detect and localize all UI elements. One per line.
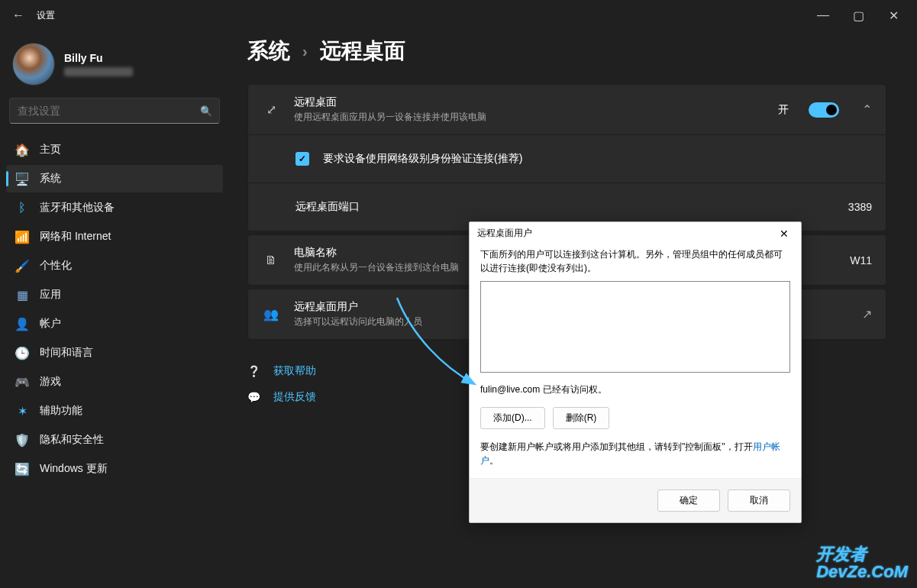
nav-icon: 🔄 xyxy=(15,462,29,476)
ok-button[interactable]: 确定 xyxy=(657,489,720,512)
breadcrumb-page: 远程桌面 xyxy=(320,37,405,66)
users-listbox[interactable] xyxy=(480,281,790,373)
port-label: 远程桌面端口 xyxy=(295,200,835,214)
nav-icon: 🕒 xyxy=(15,346,29,360)
profile-email-redacted xyxy=(64,67,133,76)
help-icon: ❔ xyxy=(247,365,261,377)
nla-checkbox[interactable]: ✓ xyxy=(295,152,309,166)
add-button[interactable]: 添加(D)... xyxy=(480,407,545,429)
rd-title: 远程桌面 xyxy=(294,95,764,109)
search-icon: 🔍 xyxy=(200,105,212,117)
sidebar-item-label: 个性化 xyxy=(40,259,72,273)
watermark: 开发者 DevZe.CoM xyxy=(816,545,908,580)
nav-icon: 🖥️ xyxy=(15,172,29,186)
port-value: 3389 xyxy=(848,201,872,213)
dialog-title: 远程桌面用户 xyxy=(477,227,775,240)
sidebar-item-6[interactable]: 👤帐户 xyxy=(6,310,223,338)
nav-icon: 🖌️ xyxy=(15,259,29,273)
toggle-label: 开 xyxy=(778,103,789,117)
nav-icon: ✶ xyxy=(15,404,29,418)
sidebar-item-label: 隐私和安全性 xyxy=(40,433,104,447)
sidebar: Billy Fu 🔍 🏠主页🖥️系统ᛒ蓝牙和其他设备📶网络和 Internet🖌… xyxy=(0,31,229,588)
dialog-desc: 下面所列的用户可以连接到这台计算机。另外，管理员组中的任何成员都可以进行连接(即… xyxy=(480,247,790,275)
sidebar-item-11[interactable]: 🔄Windows 更新 xyxy=(6,455,223,483)
nav-icon: ᛒ xyxy=(15,201,29,215)
nav-icon: ▦ xyxy=(15,288,29,302)
sidebar-item-label: 辅助功能 xyxy=(40,404,82,418)
nla-label: 要求设备使用网络级别身份验证连接(推荐) xyxy=(323,152,872,166)
rd-desc: 使用远程桌面应用从另一设备连接并使用该电脑 xyxy=(294,111,764,124)
nav-icon: 🎮 xyxy=(15,375,29,389)
rd-toggle[interactable] xyxy=(809,102,839,118)
document-icon: 🗎 xyxy=(262,254,280,267)
sidebar-item-label: 网络和 Internet xyxy=(40,230,111,244)
breadcrumb-root[interactable]: 系统 xyxy=(247,37,290,66)
window-title: 设置 xyxy=(37,9,55,22)
open-icon: ↗ xyxy=(862,307,872,321)
maximize-button[interactable]: ▢ xyxy=(841,3,876,27)
sidebar-item-7[interactable]: 🕒时间和语言 xyxy=(6,339,223,367)
remote-users-dialog: 远程桌面用户 ✕ 下面所列的用户可以连接到这台计算机。另外，管理员组中的任何成员… xyxy=(469,221,802,523)
back-button[interactable]: ← xyxy=(6,8,31,22)
sidebar-item-8[interactable]: 🎮游戏 xyxy=(6,368,223,396)
access-line: fulin@live.com 已经有访问权。 xyxy=(480,383,790,396)
nav-icon: 👤 xyxy=(15,317,29,331)
chevron-up-icon[interactable]: ⌃ xyxy=(862,102,872,117)
close-button[interactable]: ✕ xyxy=(876,3,911,27)
sidebar-item-label: Windows 更新 xyxy=(40,462,108,476)
search-input[interactable] xyxy=(9,98,220,124)
sidebar-item-label: 游戏 xyxy=(40,375,61,389)
remote-desktop-icon: ⤢ xyxy=(262,102,280,117)
dialog-close-icon[interactable]: ✕ xyxy=(775,228,793,240)
sidebar-item-10[interactable]: 🛡️隐私和安全性 xyxy=(6,426,223,454)
nav-icon: 📶 xyxy=(15,230,29,244)
cancel-button[interactable]: 取消 xyxy=(728,489,790,512)
sidebar-item-label: 帐户 xyxy=(40,317,61,331)
dialog-hint: 要创建新用户帐户或将用户添加到其他组，请转到"控制面板"，打开用户帐户。 xyxy=(480,440,790,467)
sidebar-item-4[interactable]: 🖌️个性化 xyxy=(6,252,223,279)
sidebar-item-9[interactable]: ✶辅助功能 xyxy=(6,397,223,425)
breadcrumb: 系统 › 远程桌面 xyxy=(247,37,886,66)
minimize-button[interactable]: ― xyxy=(806,3,841,27)
pcname-value: W11 xyxy=(850,254,872,267)
nav-icon: 🛡️ xyxy=(15,433,29,447)
sidebar-item-label: 系统 xyxy=(40,172,61,186)
sidebar-item-label: 时间和语言 xyxy=(40,346,93,360)
sidebar-item-2[interactable]: ᛒ蓝牙和其他设备 xyxy=(6,194,223,221)
sidebar-item-3[interactable]: 📶网络和 Internet xyxy=(6,223,223,250)
chevron-right-icon: › xyxy=(302,43,308,60)
sidebar-item-5[interactable]: ▦应用 xyxy=(6,281,223,309)
sidebar-item-label: 蓝牙和其他设备 xyxy=(40,201,115,215)
profile[interactable]: Billy Fu xyxy=(6,37,223,98)
users-icon: 👥 xyxy=(262,307,280,321)
sidebar-item-label: 应用 xyxy=(40,288,61,302)
remove-button[interactable]: 删除(R) xyxy=(553,407,610,429)
help-link[interactable]: 获取帮助 xyxy=(273,364,316,378)
sidebar-item-0[interactable]: 🏠主页 xyxy=(6,136,223,163)
sidebar-item-1[interactable]: 🖥️系统 xyxy=(6,165,223,192)
feedback-icon: 💬 xyxy=(247,391,261,403)
feedback-link[interactable]: 提供反馈 xyxy=(273,390,316,404)
nav-icon: 🏠 xyxy=(15,143,29,157)
profile-name: Billy Fu xyxy=(64,52,133,64)
avatar xyxy=(12,43,55,86)
sidebar-item-label: 主页 xyxy=(40,143,61,157)
